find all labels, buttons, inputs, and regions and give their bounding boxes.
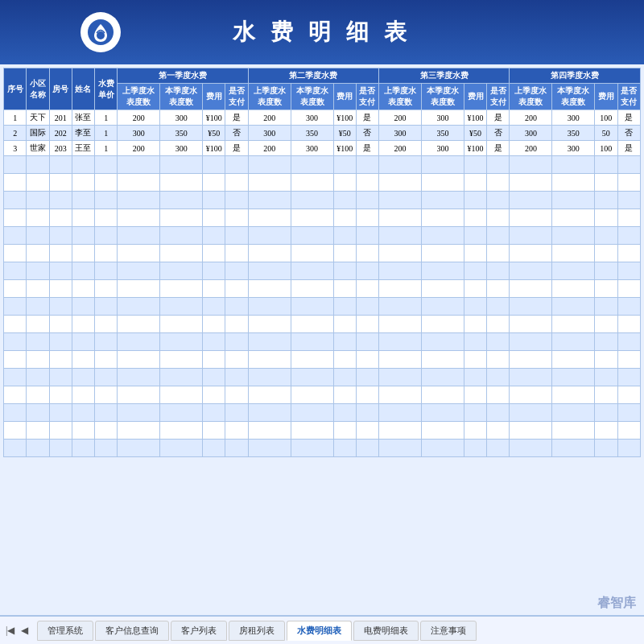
col-q4: 第四季度水费	[510, 68, 641, 84]
q1-pay: 是否支付	[225, 84, 248, 110]
empty-row	[4, 404, 641, 422]
q2-prev: 上季度水表度数	[248, 84, 291, 110]
tab-5[interactable]: 电费明细表	[353, 621, 419, 641]
empty-row	[4, 316, 641, 333]
nav-first[interactable]: |◀	[3, 623, 17, 638]
empty-row	[4, 156, 641, 174]
tab-4[interactable]: 水费明细表	[287, 621, 352, 641]
app-container: 水 费 明 细 表 序号 小区名称 房号 姓名 水费单价 第一季度水费 第二季度…	[0, 0, 644, 644]
col-room: 房号	[49, 68, 72, 110]
q3-pay: 是否支付	[487, 84, 510, 110]
table-row: 3 世家 203 王至 1 200 300 ¥100 是 200 300 ¥10…	[4, 141, 641, 156]
tab-1[interactable]: 客户信息查询	[95, 621, 169, 641]
q3-curr: 本季度水表度数	[421, 84, 464, 110]
tab-0[interactable]: 管理系统	[37, 621, 93, 641]
q3-fee: 费用	[464, 84, 486, 110]
tab-3[interactable]: 房租列表	[229, 621, 285, 641]
logo	[80, 12, 121, 52]
col-q2: 第二季度水费	[248, 68, 378, 84]
page-title: 水 费 明 细 表	[233, 17, 411, 47]
q1-curr: 本季度水表度数	[160, 84, 203, 110]
water-fee-table: 序号 小区名称 房号 姓名 水费单价 第一季度水费 第二季度水费 第三季度水费 …	[3, 68, 641, 457]
empty-row	[4, 369, 641, 386]
q2-curr: 本季度水表度数	[291, 84, 333, 110]
tab-6[interactable]: 注意事项	[420, 621, 477, 641]
q4-pay: 是否支付	[617, 84, 641, 110]
empty-row	[4, 386, 641, 404]
empty-row	[4, 351, 641, 369]
q1-fee: 费用	[203, 84, 225, 110]
footer: |◀ ◀ 管理系统客户信息查询客户列表房租列表水费明细表电费明细表注意事项	[0, 615, 644, 644]
table-row: 1 天下 201 张至 1 200 300 ¥100 是 200 300 ¥10…	[4, 110, 641, 126]
empty-row	[4, 245, 641, 262]
q3-prev: 上季度水表度数	[379, 84, 422, 110]
q4-curr: 本季度水表度数	[552, 84, 595, 110]
empty-row	[4, 440, 641, 457]
main-content[interactable]: 序号 小区名称 房号 姓名 水费单价 第一季度水费 第二季度水费 第三季度水费 …	[0, 64, 644, 615]
col-community: 小区名称	[27, 68, 49, 110]
col-seq: 序号	[4, 68, 27, 110]
q2-pay: 是否支付	[356, 84, 378, 110]
nav-arrows[interactable]: |◀ ◀	[3, 623, 31, 638]
empty-row	[4, 333, 641, 351]
empty-row	[4, 298, 641, 316]
svg-point-1	[97, 31, 105, 39]
q4-prev: 上季度水表度数	[510, 84, 552, 110]
col-q3: 第三季度水费	[379, 68, 510, 84]
table-wrapper: 序号 小区名称 房号 姓名 水费单价 第一季度水费 第二季度水费 第三季度水费 …	[3, 68, 641, 457]
tabs-container[interactable]: 管理系统客户信息查询客户列表房租列表水费明细表电费明细表注意事项	[37, 621, 478, 641]
nav-prev[interactable]: ◀	[19, 623, 31, 638]
empty-row	[4, 227, 641, 245]
empty-row	[4, 280, 641, 298]
empty-row	[4, 174, 641, 192]
q1-prev: 上季度水表度数	[118, 84, 160, 110]
tab-2[interactable]: 客户列表	[171, 621, 227, 641]
header: 水 费 明 细 表	[0, 0, 644, 64]
empty-row	[4, 262, 641, 280]
col-name: 姓名	[72, 68, 94, 110]
empty-row	[4, 422, 641, 440]
empty-row	[4, 192, 641, 209]
empty-row	[4, 209, 641, 227]
col-q1: 第一季度水费	[118, 68, 248, 84]
table-row: 2 国际 202 李至 1 300 350 ¥50 否 300 350 ¥50 …	[4, 126, 641, 141]
col-price: 水费单价	[95, 68, 118, 110]
q4-fee: 费用	[595, 84, 617, 110]
q2-fee: 费用	[333, 84, 356, 110]
